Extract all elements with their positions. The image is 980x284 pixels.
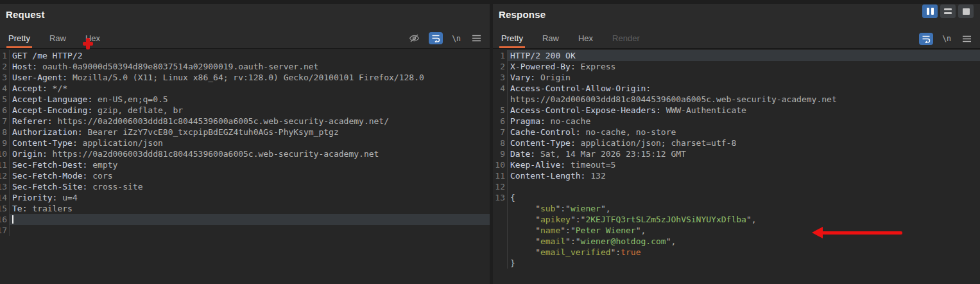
line-content: GET /me HTTP/2 bbox=[10, 50, 490, 61]
line-content: Accept: */* bbox=[10, 83, 490, 94]
line-content: User-Agent: Mozilla/5.0 (X11; Linux x86_… bbox=[10, 72, 490, 83]
line-content: Sec-Fetch-Site: cross-site bbox=[10, 181, 490, 192]
text-caret bbox=[12, 215, 13, 224]
line-number: 14 bbox=[0, 192, 10, 203]
code-line: 13Sec-Fetch-Site: cross-site bbox=[0, 181, 490, 192]
request-tab-hex[interactable]: Hex bbox=[83, 33, 102, 48]
code-line: 7Referer: https://0a2d006003ddd81c804453… bbox=[0, 116, 490, 127]
code-line: 8Authorization: Bearer iZzY7vcE80_txcpip… bbox=[0, 127, 490, 138]
code-line: 4Accept: */* bbox=[0, 83, 490, 94]
menu-icon[interactable] bbox=[470, 33, 483, 44]
code-line: 1GET /me HTTP/2 bbox=[0, 50, 490, 61]
line-number: 10 bbox=[493, 159, 508, 170]
line-content: Content-Type: application/json; charset=… bbox=[508, 138, 980, 148]
line-content: "sub":"wiener", bbox=[508, 203, 980, 214]
request-title: Request bbox=[0, 4, 490, 20]
line-content: HTTP/2 200 OK bbox=[508, 50, 980, 61]
code-line: "apikey":"2KEJTFQ3rtSLZm5zJOhVSiNYUYxDfl… bbox=[493, 214, 980, 225]
code-line: 7Cache-Control: no-cache, no-store bbox=[493, 127, 980, 138]
line-content: Content-Type: application/json bbox=[10, 138, 490, 148]
line-content: Accept-Language: en-US,en;q=0.5 bbox=[10, 94, 490, 105]
code-line: 17 bbox=[0, 225, 490, 236]
line-number: 8 bbox=[0, 127, 10, 138]
code-line: "name":"Peter Wiener", bbox=[493, 225, 980, 236]
line-number: 15 bbox=[0, 203, 10, 214]
line-content bbox=[508, 181, 980, 192]
line-content: Date: Sat, 14 Mar 2026 23:15:12 GMT bbox=[508, 148, 980, 159]
request-editor[interactable]: 1GET /me HTTP/22Host: oauth-0a9000d50394… bbox=[0, 49, 490, 284]
columns-layout-icon[interactable] bbox=[922, 4, 938, 18]
code-line: 3Vary: Origin bbox=[493, 72, 980, 83]
single-panel-icon[interactable] bbox=[958, 4, 974, 18]
response-panel: Response PrettyRawHexRender \n 1HTTP/2 2… bbox=[493, 4, 980, 284]
line-content: Priority: u=4 bbox=[10, 192, 490, 203]
line-content: https://0a2d006003ddd81c8044539600a6005c… bbox=[508, 94, 980, 105]
line-content: } bbox=[508, 258, 980, 269]
request-header: Request PrettyRawHex \n bbox=[0, 4, 490, 49]
line-number: 6 bbox=[0, 105, 10, 116]
line-content: "email_verified":true bbox=[508, 247, 980, 258]
line-number: 2 bbox=[493, 61, 508, 72]
line-number: 11 bbox=[0, 159, 10, 170]
code-line: 10Origin: https://0a2d006003ddd81c804453… bbox=[0, 148, 490, 159]
line-number: 12 bbox=[493, 181, 508, 192]
line-content: Authorization: Bearer iZzY7vcE80_txcpipB… bbox=[10, 127, 490, 138]
response-tab-raw[interactable]: Raw bbox=[540, 33, 561, 48]
line-content: X-Powered-By: Express bbox=[508, 61, 980, 72]
line-number: 2 bbox=[0, 61, 10, 72]
menu-icon[interactable] bbox=[960, 33, 974, 44]
line-number: 1 bbox=[493, 50, 508, 61]
line-content: Vary: Origin bbox=[508, 72, 980, 83]
line-number: 5 bbox=[0, 94, 10, 105]
eye-slash-icon[interactable] bbox=[406, 31, 422, 45]
code-line: 12 bbox=[493, 181, 980, 192]
line-number bbox=[493, 247, 508, 258]
annotation-underline: Authorization: Bearer iZzY7vcE80_txcpipB… bbox=[12, 127, 350, 138]
line-content: "name":"Peter Wiener", bbox=[508, 225, 980, 236]
line-number: 13 bbox=[493, 192, 508, 203]
line-number: 8 bbox=[493, 138, 508, 148]
code-line: 16 bbox=[0, 214, 490, 225]
line-number: 7 bbox=[493, 127, 508, 138]
code-line: 9Date: Sat, 14 Mar 2026 23:15:12 GMT bbox=[493, 148, 980, 159]
line-content: { bbox=[508, 192, 980, 203]
response-tab-pretty[interactable]: Pretty bbox=[499, 33, 525, 48]
word-wrap-icon[interactable] bbox=[429, 32, 443, 44]
code-line: "email":"wiener@hotdog.com", bbox=[493, 236, 980, 247]
line-content: Pragma: no-cache bbox=[508, 116, 980, 127]
code-line: 2X-Powered-By: Express bbox=[493, 61, 980, 72]
line-content: Origin: https://0a2d006003ddd81c80445396… bbox=[10, 148, 490, 159]
line-content: Accept-Encoding: gzip, deflate, br bbox=[10, 105, 490, 116]
line-number bbox=[493, 94, 508, 105]
request-tab-pretty[interactable]: Pretty bbox=[6, 33, 32, 48]
rows-layout-icon[interactable] bbox=[940, 4, 956, 18]
layout-switcher bbox=[922, 4, 974, 18]
request-panel: Request PrettyRawHex \n 1GET /me HTTP/22… bbox=[0, 4, 490, 284]
line-number: 12 bbox=[0, 170, 10, 181]
newline-icon[interactable]: \n bbox=[449, 32, 463, 45]
line-number bbox=[493, 236, 508, 247]
line-number: 17 bbox=[0, 225, 10, 236]
code-line: 13{ bbox=[493, 192, 980, 203]
word-wrap-icon[interactable] bbox=[919, 33, 933, 45]
line-number bbox=[493, 214, 508, 225]
line-content: Sec-Fetch-Dest: empty bbox=[10, 159, 490, 170]
response-tab-hex[interactable]: Hex bbox=[576, 33, 595, 48]
line-number: 4 bbox=[493, 83, 508, 94]
line-number: 3 bbox=[0, 72, 10, 83]
line-number bbox=[493, 225, 508, 236]
line-content: Referer: https://0a2d006003ddd81c8044539… bbox=[10, 116, 490, 127]
line-content bbox=[10, 214, 490, 225]
line-content: Content-Length: 132 bbox=[508, 170, 980, 181]
line-number: 13 bbox=[0, 181, 10, 192]
code-line: 9Content-Type: application/json bbox=[0, 138, 490, 148]
newline-icon[interactable]: \n bbox=[940, 32, 954, 45]
message-editor-split: Request PrettyRawHex \n 1GET /me HTTP/22… bbox=[0, 4, 980, 284]
request-tab-raw[interactable]: Raw bbox=[47, 33, 68, 48]
line-number: 9 bbox=[493, 148, 508, 159]
line-content: Access-Control-Expose-Headers: WWW-Authe… bbox=[508, 105, 980, 116]
code-line: 1HTTP/2 200 OK bbox=[493, 50, 980, 61]
line-content: Sec-Fetch-Mode: cors bbox=[10, 170, 490, 181]
line-number bbox=[493, 258, 508, 269]
line-content: "apikey":"2KEJTFQ3rtSLZm5zJOhVSiNYUYxDfl… bbox=[508, 214, 980, 225]
